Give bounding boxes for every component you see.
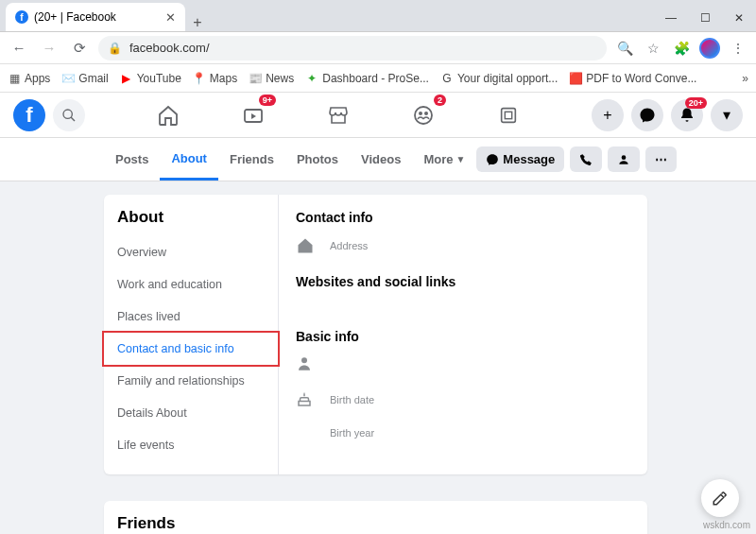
birthdate-field: Birth date (296, 391, 630, 408)
bookmarks-bar: ▦Apps ✉️Gmail ▶YouTube 📍Maps 📰News ✦Dash… (0, 64, 756, 93)
window-controls: — ☐ ✕ (654, 5, 756, 31)
more-actions-button[interactable]: ⋯ (645, 146, 677, 172)
page-body: Posts About Friends Photos Videos More▼ … (0, 138, 756, 534)
about-content: About Overview Work and education Places… (0, 181, 756, 488)
browser-titlebar: f (20+ | Facebook ✕ + — ☐ ✕ (0, 0, 756, 32)
profile-avatar[interactable] (699, 38, 720, 59)
bookmark-dashboard[interactable]: ✦Dashboard - ProSe... (305, 72, 429, 85)
bookmark-pdf[interactable]: 🟥PDF to Word Conve... (569, 72, 696, 85)
chrome-menu-icon[interactable]: ⋮ (728, 38, 748, 59)
address-field: Address (296, 236, 630, 255)
sidebar-item-work[interactable]: Work and education (104, 268, 278, 301)
nav-groups[interactable]: 2 (404, 96, 442, 134)
bookmarks-overflow[interactable]: » (742, 72, 748, 85)
tab-more[interactable]: More▼ (412, 138, 476, 181)
svg-point-0 (63, 110, 72, 118)
facebook-logo[interactable]: f (13, 99, 45, 131)
edit-fab[interactable] (701, 479, 739, 517)
call-button[interactable] (570, 146, 602, 172)
lock-icon: 🔒 (108, 42, 122, 55)
svg-point-10 (303, 393, 305, 395)
facebook-nav: 9+ 2 (85, 96, 592, 134)
svg-point-8 (622, 155, 627, 160)
nav-watch[interactable]: 9+ (234, 96, 272, 134)
svg-point-5 (424, 112, 428, 115)
close-tab-icon[interactable]: ✕ (165, 10, 176, 25)
facebook-search-button[interactable] (53, 99, 85, 131)
friends-heading: Friends (117, 514, 175, 532)
sidebar-item-overview[interactable]: Overview (104, 236, 278, 268)
bookmark-apps[interactable]: ▦Apps (8, 72, 50, 85)
watermark: wskdn.com (703, 520, 750, 530)
google-icon: G (440, 72, 454, 85)
facebook-favicon: f (15, 10, 28, 24)
message-button[interactable]: Message (476, 146, 564, 172)
new-tab-button[interactable]: + (185, 14, 210, 31)
contact-info-title: Contact info (296, 210, 630, 225)
back-button[interactable]: ← (8, 37, 30, 60)
maximize-button[interactable]: ☐ (688, 5, 722, 31)
address-label: Address (330, 240, 368, 251)
about-sidebar: About Overview Work and education Places… (104, 195, 279, 474)
messenger-button[interactable] (631, 99, 663, 131)
cake-icon (296, 391, 317, 408)
bookmark-digital[interactable]: GYour digital opport... (440, 72, 558, 85)
messenger-icon (486, 153, 499, 166)
zoom-icon[interactable]: 🔍 (614, 38, 635, 59)
forward-button[interactable]: → (38, 37, 60, 60)
birthyear-label: Birth year (330, 427, 374, 439)
bookmark-star-icon[interactable]: ☆ (643, 38, 663, 59)
tab-about[interactable]: About (160, 138, 218, 181)
svg-point-4 (419, 112, 422, 115)
sidebar-item-details[interactable]: Details About (104, 397, 278, 429)
browser-toolbar: ← → ⟳ 🔒 facebook.com/ 🔍 ☆ 🧩 ⋮ (0, 32, 756, 64)
person-icon (296, 355, 317, 372)
bookmark-youtube[interactable]: ▶YouTube (120, 72, 181, 85)
tab-videos[interactable]: Videos (350, 138, 412, 181)
birthyear-field: Birth year (296, 427, 630, 439)
facebook-header-right: + 20+ ▾ (592, 99, 743, 131)
create-button[interactable]: + (592, 99, 624, 131)
notif-badge: 20+ (685, 97, 707, 109)
bell-icon (679, 107, 696, 124)
tab-friends[interactable]: Friends (218, 138, 285, 181)
tab-photos[interactable]: Photos (285, 138, 350, 181)
close-window-button[interactable]: ✕ (722, 5, 756, 31)
about-heading: About (104, 208, 278, 236)
reload-button[interactable]: ⟳ (68, 37, 91, 60)
account-menu-button[interactable]: ▾ (711, 99, 743, 131)
browser-tab[interactable]: f (20+ | Facebook ✕ (6, 3, 185, 31)
tab-posts[interactable]: Posts (104, 138, 160, 181)
websites-title: Websites and social links (296, 274, 630, 289)
extensions-icon[interactable]: 🧩 (671, 38, 692, 59)
tab-title: (20+ | Facebook (34, 10, 116, 24)
notifications-button[interactable]: 20+ (671, 99, 703, 131)
nav-marketplace[interactable] (319, 96, 357, 134)
add-friend-button[interactable] (608, 146, 640, 172)
sidebar-item-places[interactable]: Places lived (104, 301, 278, 333)
edit-icon (712, 490, 729, 507)
bookmark-news[interactable]: 📰News (249, 72, 294, 85)
chevron-down-icon: ▼ (455, 154, 465, 164)
about-card: About Overview Work and education Places… (104, 195, 647, 474)
svg-point-9 (301, 357, 307, 363)
sidebar-item-family[interactable]: Family and relationships (104, 365, 278, 397)
facebook-header: f 9+ 2 + 20+ ▾ (0, 93, 756, 138)
svg-line-1 (71, 117, 75, 121)
youtube-icon: ▶ (120, 72, 133, 85)
bookmark-gmail[interactable]: ✉️Gmail (61, 72, 108, 85)
sidebar-item-contact[interactable]: Contact and basic info (102, 331, 280, 367)
watch-badge: 9+ (259, 95, 276, 106)
bookmark-maps[interactable]: 📍Maps (193, 72, 237, 85)
minimize-button[interactable]: — (654, 5, 688, 31)
profile-actions: Message ⋯ (476, 146, 677, 172)
nav-home[interactable] (149, 96, 187, 134)
sidebar-item-life[interactable]: Life events (104, 429, 278, 461)
groups-icon (412, 104, 435, 127)
address-bar[interactable]: 🔒 facebook.com/ (98, 36, 607, 60)
messenger-icon (639, 107, 656, 124)
nav-gaming[interactable] (490, 96, 527, 134)
about-main: Contact info Address Websites and social… (279, 195, 647, 474)
gaming-icon (498, 105, 519, 126)
dashboard-icon: ✦ (305, 72, 318, 85)
